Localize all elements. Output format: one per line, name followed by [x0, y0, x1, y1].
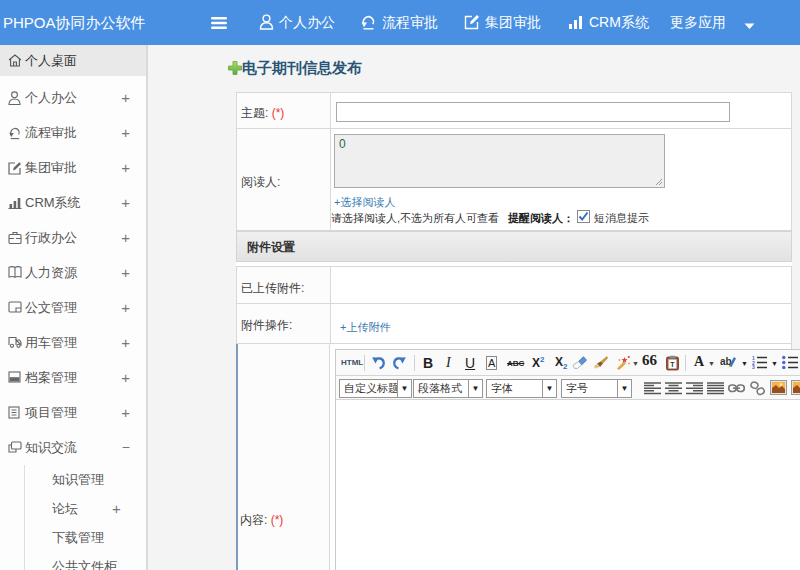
svg-text:T: T: [670, 361, 675, 368]
svg-text:3: 3: [752, 364, 755, 369]
